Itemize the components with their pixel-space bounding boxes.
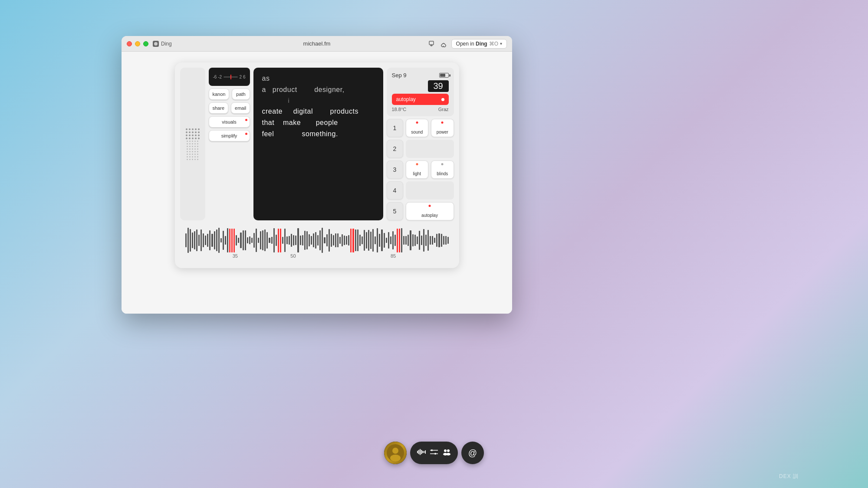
location-label: Graz xyxy=(438,107,449,112)
visuals-label: visuals xyxy=(222,119,237,124)
num-btn-1[interactable]: 1 xyxy=(387,119,403,137)
at-button[interactable]: @ xyxy=(461,442,484,464)
dot xyxy=(195,134,197,136)
waveform-bar xyxy=(364,230,365,251)
waveform-bar xyxy=(443,236,444,245)
power-label: power xyxy=(437,130,448,134)
temp-row: 18.8°C Graz xyxy=(392,107,449,112)
path-button[interactable]: path xyxy=(232,88,250,100)
waveform-bar xyxy=(293,235,294,246)
waveform-bar xyxy=(390,236,391,244)
dot xyxy=(198,128,200,130)
open-in-ding-button[interactable]: Open in Ding ⌘O ▾ xyxy=(451,39,507,49)
dot xyxy=(195,138,197,139)
button-row-2: 2 xyxy=(387,140,454,158)
slider-panel[interactable]: -6 -2 2 6 xyxy=(209,68,250,86)
dot xyxy=(189,143,191,144)
dot xyxy=(194,156,196,157)
autoplay5-dot xyxy=(429,205,431,207)
blinds-button[interactable]: blinds xyxy=(431,160,454,179)
browser-link-icon[interactable] xyxy=(439,39,448,48)
dot xyxy=(189,148,191,150)
power-button[interactable]: power xyxy=(431,119,454,137)
light-button[interactable]: light xyxy=(406,160,429,179)
waveform-label-35: 35 xyxy=(233,253,238,259)
waveform-bar xyxy=(397,229,398,252)
text-display: as a product designer, i create digital … xyxy=(253,68,383,220)
waveform-bar xyxy=(359,235,361,246)
waveform-bar xyxy=(377,228,378,252)
waveform-area[interactable]: 35 50 85 xyxy=(180,224,454,263)
waveform-bar xyxy=(352,229,354,252)
dock-center-controls[interactable] xyxy=(410,442,458,464)
power-dot xyxy=(441,121,444,124)
keyboard-shortcut: ⌘O xyxy=(489,41,498,47)
dot-row xyxy=(187,143,198,144)
waveform-bar xyxy=(297,228,299,252)
email-button[interactable]: email xyxy=(231,102,250,114)
svg-rect-1 xyxy=(429,41,434,45)
autoplay5-label: autoplay xyxy=(421,213,438,218)
dot xyxy=(189,146,191,147)
waveform-bar xyxy=(445,236,447,245)
num-btn-2[interactable]: 2 xyxy=(387,140,403,158)
dot xyxy=(187,156,188,157)
waveform-bar xyxy=(372,229,374,252)
waveform-bar xyxy=(240,233,241,248)
app-top: -6 -2 2 6 kanon path share em xyxy=(180,68,454,220)
autoplay5-button[interactable]: autoplay xyxy=(406,202,454,220)
waveform-bar xyxy=(280,229,281,252)
sound-button[interactable]: sound xyxy=(406,119,429,137)
svg-rect-10 xyxy=(424,451,424,453)
slider-left-val: -6 -2 xyxy=(213,75,222,79)
waveform-bar xyxy=(319,230,321,250)
chevron-down-icon: ▾ xyxy=(500,41,502,46)
dot xyxy=(195,128,197,130)
kanon-button[interactable]: kanon xyxy=(209,88,230,100)
waveform-bar xyxy=(375,236,376,244)
blinds-label: blinds xyxy=(437,171,448,176)
traffic-light-close[interactable] xyxy=(127,41,132,46)
num-btn-4[interactable]: 4 xyxy=(387,181,403,200)
simplify-button[interactable]: simplify xyxy=(209,130,250,141)
dot-row xyxy=(187,148,198,150)
autoplay-button[interactable]: autoplay xyxy=(392,94,449,105)
waveform-bar xyxy=(223,231,224,249)
waveform-bar xyxy=(386,238,387,243)
slider-thumb xyxy=(230,75,231,79)
dot xyxy=(187,148,188,150)
people-icon xyxy=(442,449,451,457)
share-button[interactable]: share xyxy=(209,102,229,114)
battery-fill xyxy=(440,74,446,77)
bottom-dock: @ xyxy=(384,442,484,464)
browser-share-icon[interactable] xyxy=(427,39,436,48)
slider-bar[interactable] xyxy=(224,76,238,78)
waveform-bar xyxy=(286,236,288,244)
waveform-canvas xyxy=(185,227,449,253)
avatar-button[interactable] xyxy=(384,442,407,464)
button-row-1: 1 sound power xyxy=(387,119,454,137)
visuals-button[interactable]: visuals xyxy=(209,116,250,128)
waveform-bar xyxy=(329,229,330,252)
waveform-bar xyxy=(220,238,222,242)
waveform-bar xyxy=(421,236,422,246)
button-row-4: 4 xyxy=(387,181,454,200)
traffic-light-minimize[interactable] xyxy=(135,41,140,46)
waveform-bar xyxy=(335,233,336,247)
waveform-bar xyxy=(276,235,277,246)
ding-icon xyxy=(153,41,159,47)
num-btn-3[interactable]: 3 xyxy=(387,160,403,179)
traffic-light-maximize[interactable] xyxy=(143,41,148,46)
waveform-bar xyxy=(438,233,440,247)
waveform-bar xyxy=(256,229,257,252)
waveform-bar xyxy=(403,236,404,245)
autoplay-indicator xyxy=(441,98,444,101)
waveform-bar xyxy=(194,231,195,250)
waveform-bar xyxy=(253,233,255,248)
svg-point-20 xyxy=(447,449,450,452)
waveform-bar xyxy=(339,237,341,244)
waveform-bar xyxy=(260,231,261,249)
simplify-dot xyxy=(245,133,247,135)
empty-cell-2 xyxy=(406,140,454,158)
num-btn-5[interactable]: 5 xyxy=(387,202,403,220)
